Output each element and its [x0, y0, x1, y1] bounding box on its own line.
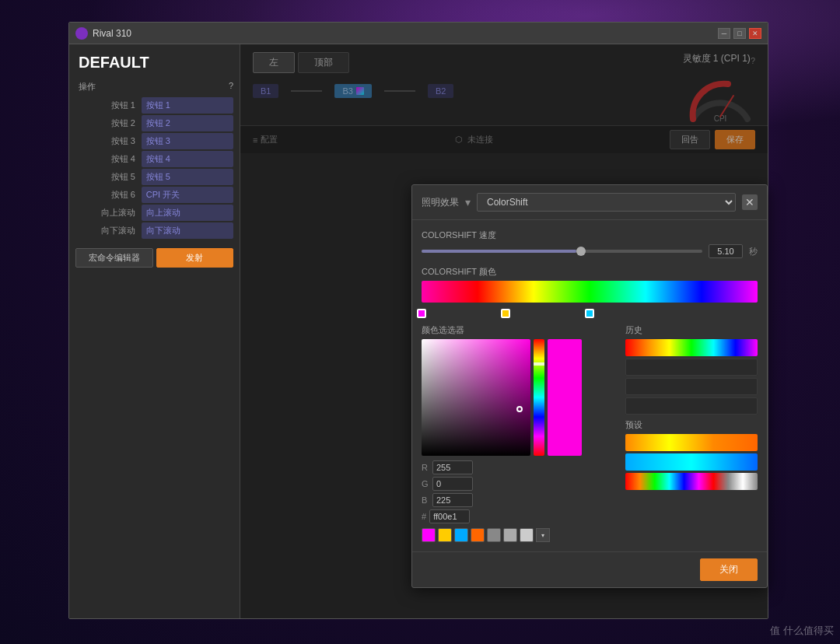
dialog-body: COLORSHIFT 速度 5.10 秒 COLORSHIFT 颜色: [412, 220, 767, 551]
window-controls: ─ □ ✕: [718, 28, 761, 39]
color-swatches: ▾: [422, 528, 619, 542]
speed-input[interactable]: 5.10: [709, 244, 743, 258]
hex-label: #: [422, 512, 426, 521]
swatch-5[interactable]: [487, 528, 501, 542]
g-input[interactable]: [432, 477, 473, 491]
swatch-6[interactable]: [503, 528, 517, 542]
swatch-7[interactable]: [520, 528, 534, 542]
hex-row: #: [422, 509, 619, 523]
fav-preset-3[interactable]: [625, 473, 758, 490]
speed-unit: 秒: [749, 246, 758, 257]
speed-section-label: COLORSHIFT 速度: [422, 229, 758, 241]
presets-section: 历史 预设: [625, 324, 758, 542]
r-row: R: [422, 460, 619, 474]
b-label: B: [422, 495, 429, 505]
table-row: 按钮 3 按钮 3: [75, 133, 233, 149]
close-dialog-button[interactable]: 关闭: [700, 558, 758, 581]
macro-editor-button[interactable]: 宏命令编辑器: [75, 248, 153, 268]
content-area: DEFAULT 操作 ? 按钮 1 按钮 1 按钮 2 按钮 2 按钮 3 按钮…: [69, 44, 768, 618]
button-list: 按钮 1 按钮 1 按钮 2 按钮 2 按钮 3 按钮 3 按钮 4 按钮 4 …: [75, 97, 233, 239]
table-row: 按钮 2 按钮 2: [75, 115, 233, 131]
color-cursor: [516, 406, 523, 412]
table-row: 向下滚动 向下滚动: [75, 222, 233, 239]
g-label: G: [422, 479, 429, 488]
stop-marker-1[interactable]: [417, 309, 426, 318]
close-button[interactable]: ✕: [749, 28, 761, 39]
color-gradient-picker[interactable]: [422, 339, 530, 456]
speed-row: 5.10 秒: [422, 244, 758, 258]
dialog-footer: 关闭: [412, 551, 767, 587]
swatch-2[interactable]: [438, 528, 452, 542]
hue-slider[interactable]: [534, 339, 544, 456]
colorshift-dialog: 照明效果 ▾ ColorShift ✕ COLORSHIFT 速度: [411, 184, 768, 588]
table-row: 向上滚动 向上滚动: [75, 205, 233, 221]
watermark: 值 什么值得买: [770, 624, 834, 638]
dialog-close-icon[interactable]: ✕: [742, 194, 758, 210]
swatch-3[interactable]: [454, 528, 468, 542]
lighting-effect-label: 照明效果: [422, 196, 459, 209]
two-column-layout: 颜色选选器: [422, 324, 758, 542]
maximize-button[interactable]: □: [733, 28, 746, 39]
table-row: 按钮 1 按钮 1: [75, 97, 233, 114]
r-label: R: [422, 463, 429, 472]
fav-preset-2[interactable]: [625, 453, 758, 471]
app-icon: [75, 27, 88, 40]
main-area: 左 顶部 B1 B3 B2 灵敏度 1 (CPI 1): [240, 44, 768, 618]
hex-input[interactable]: [429, 509, 470, 523]
color-picker-section: 颜色选选器: [422, 324, 619, 542]
color-picker-area: [422, 339, 619, 456]
r-input[interactable]: [432, 460, 473, 474]
gradient-section-label: COLORSHIFT 颜色: [422, 266, 758, 278]
color-preview: [548, 339, 582, 456]
swatch-1[interactable]: [422, 528, 436, 542]
g-row: G: [422, 477, 619, 491]
history-label: 历史: [625, 324, 758, 336]
macro-bar: 宏命令编辑器 发射: [75, 248, 233, 268]
profile-name: DEFAULT: [75, 54, 233, 72]
window-title: Rival 310: [93, 28, 718, 39]
b-row: B: [422, 493, 619, 507]
swatch-dropdown-button[interactable]: ▾: [536, 528, 550, 542]
fav-preset-1[interactable]: [625, 434, 758, 451]
main-window: Rival 310 ─ □ ✕ DEFAULT 操作 ? 按钮 1 按钮 1 按…: [68, 22, 768, 619]
gradient-stop-markers: [422, 307, 758, 318]
stop-marker-2[interactable]: [501, 309, 510, 318]
history-preset-1[interactable]: [625, 339, 758, 356]
history-preset-2[interactable]: [625, 359, 758, 376]
colorshift-gradient[interactable]: [422, 281, 758, 303]
rgb-inputs: R G B: [422, 460, 619, 523]
fire-button[interactable]: 发射: [156, 248, 234, 268]
table-row: 按钮 5 按钮 5: [75, 169, 233, 185]
effect-select[interactable]: ColorShift: [477, 193, 736, 212]
history-preset-3[interactable]: [625, 378, 758, 395]
hue-thumb: [534, 362, 544, 366]
stop-marker-3[interactable]: [585, 309, 594, 318]
presets-label: 预设: [625, 419, 758, 431]
titlebar: Rival 310 ─ □ ✕: [69, 23, 768, 44]
swatch-4[interactable]: [471, 528, 485, 542]
table-row: 按钮 4 按钮 4: [75, 151, 233, 167]
operations-section: 操作 ?: [75, 81, 233, 93]
table-row: 按钮 6 CPI 开关: [75, 187, 233, 203]
minimize-button[interactable]: ─: [718, 28, 730, 39]
dialog-overlay: 照明效果 ▾ ColorShift ✕ COLORSHIFT 速度: [240, 44, 768, 618]
color-picker-label: 颜色选选器: [422, 324, 619, 336]
b-input[interactable]: [432, 493, 473, 507]
dialog-header: 照明效果 ▾ ColorShift ✕: [412, 185, 767, 220]
sidebar: DEFAULT 操作 ? 按钮 1 按钮 1 按钮 2 按钮 2 按钮 3 按钮…: [69, 44, 240, 618]
speed-slider-track[interactable]: [422, 250, 702, 253]
dropdown-arrow-icon: ▾: [465, 196, 471, 208]
history-preset-4[interactable]: [625, 397, 758, 415]
